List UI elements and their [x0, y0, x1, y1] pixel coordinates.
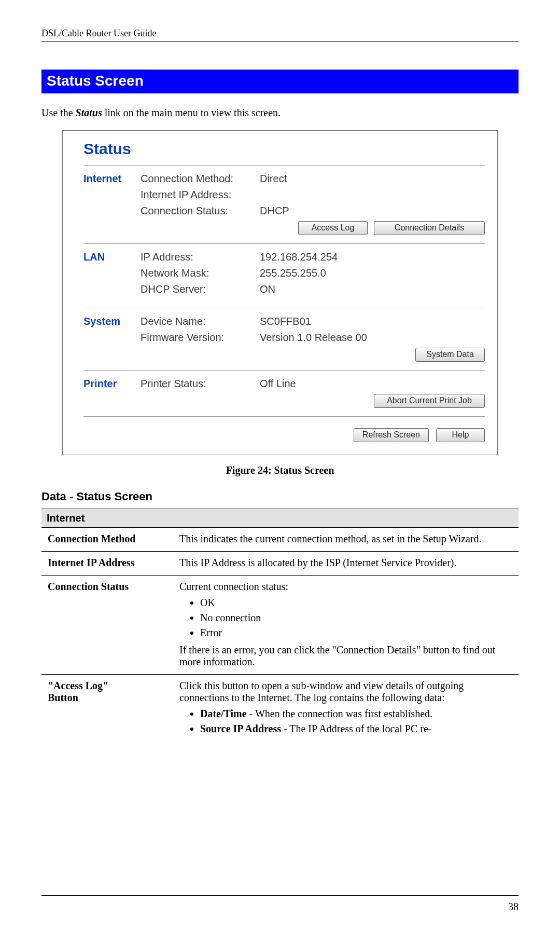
table-row: Connection Status Current connection sta… [41, 576, 519, 675]
system-data-button[interactable]: System Data [415, 348, 485, 362]
access-bullet-source-ip: Source IP Address - The IP Address of th… [200, 723, 512, 735]
help-button[interactable]: Help [436, 428, 485, 442]
page-number: 38 [508, 901, 519, 912]
table-row: "Access Log" Button Click this button to… [41, 675, 519, 747]
intro-emphasis: Status [76, 107, 102, 118]
label-connection-method: Connection Method: [141, 173, 260, 185]
status-screenshot: Status Internet Connection Method:Direct… [62, 130, 498, 455]
access-log-button[interactable]: Access Log [298, 221, 368, 235]
section-internet: Internet Connection Method:Direct Intern… [83, 165, 485, 243]
section-title: Status Screen [41, 70, 519, 93]
table-row: Internet IP Address This IP Address is a… [41, 552, 519, 576]
page-header: DSL/Cable Router User Guide [41, 28, 519, 42]
intro-paragraph: Use the Status link on the main menu to … [41, 107, 519, 119]
table-section-header: Internet [41, 509, 519, 528]
value-firmware-version: Version 1.0 Release 00 [260, 332, 485, 344]
label-internet-ip: Internet IP Address: [141, 189, 260, 201]
refresh-screen-button[interactable]: Refresh Screen [354, 428, 429, 442]
value-network-mask: 255.255.255.0 [260, 267, 485, 279]
label-device-name: Device Name: [141, 316, 260, 327]
label-lan-ip: IP Address: [141, 251, 260, 263]
figure-caption: Figure 24: Status Screen [41, 464, 519, 476]
label-printer-status: Printer Status: [141, 378, 260, 390]
status-bullet-ok: OK [200, 597, 512, 609]
section-label-internet: Internet [83, 173, 141, 235]
access-rest-source-ip: - The IP Address of the local PC re- [281, 723, 432, 734]
value-dhcp-server: ON [260, 283, 485, 295]
desc-connection-status: Current connection status: OK No connect… [173, 576, 519, 675]
term-access-log: "Access Log" Button [41, 675, 173, 747]
data-heading: Data - Status Screen [41, 490, 519, 503]
access-rest-datetime: - When the connection was first establis… [247, 708, 432, 719]
access-bold-datetime: Date/Time [200, 708, 247, 719]
term-access-log-line1: "Access Log" [48, 680, 167, 692]
value-printer-status: Off Line [260, 378, 485, 390]
intro-text-2: link on the main menu to view this scree… [102, 107, 281, 118]
section-system: System Device Name:SC0FFB01 Firmware Ver… [83, 308, 485, 370]
access-bold-source-ip: Source IP Address [200, 723, 281, 734]
section-label-system: System [83, 316, 141, 362]
connection-details-button[interactable]: Connection Details [374, 221, 485, 235]
label-firmware-version: Firmware Version: [141, 332, 260, 344]
table-row: Connection Method This indicates the cur… [41, 528, 519, 552]
label-connection-status: Connection Status: [141, 205, 260, 217]
table-section-internet: Internet [41, 509, 519, 528]
value-connection-method: Direct [260, 173, 485, 185]
status-bullet-noconn: No connection [200, 612, 512, 624]
desc-connection-method: This indicates the current connection me… [173, 528, 519, 552]
abort-print-job-button[interactable]: Abort Current Print Job [374, 394, 485, 408]
term-connection-method: Connection Method [41, 528, 173, 552]
status-bullet-error: Error [200, 627, 512, 639]
status-outro-text: If there is an error, you can click the … [179, 644, 512, 668]
section-printer: Printer Printer Status:Off Line Abort Cu… [83, 370, 485, 416]
value-device-name: SC0FFB01 [260, 316, 485, 327]
term-connection-status: Connection Status [41, 576, 173, 675]
access-bullet-datetime: Date/Time - When the connection was firs… [200, 708, 512, 720]
label-dhcp-server: DHCP Server: [141, 283, 260, 295]
value-connection-status: DHCP [260, 205, 485, 217]
desc-access-log: Click this button to open a sub-window a… [173, 675, 519, 747]
shot-title: Status [83, 140, 485, 158]
access-intro-text: Click this button to open a sub-window a… [179, 680, 512, 704]
section-lan: LAN IP Address:192.168.254.254 Network M… [83, 243, 485, 308]
page-footer: 38 [41, 895, 519, 913]
value-lan-ip: 192.168.254.254 [260, 251, 485, 263]
section-label-lan: LAN [83, 251, 141, 299]
term-internet-ip: Internet IP Address [41, 552, 173, 576]
intro-text: Use the [41, 107, 76, 118]
desc-internet-ip: This IP Address is allocated by the ISP … [173, 552, 519, 576]
label-network-mask: Network Mask: [141, 267, 260, 279]
data-table: Internet Connection Method This indicate… [41, 509, 519, 746]
status-intro-text: Current connection status: [179, 581, 512, 593]
term-access-log-line2: Button [48, 692, 167, 704]
value-internet-ip [260, 189, 485, 201]
section-label-printer: Printer [83, 378, 141, 408]
